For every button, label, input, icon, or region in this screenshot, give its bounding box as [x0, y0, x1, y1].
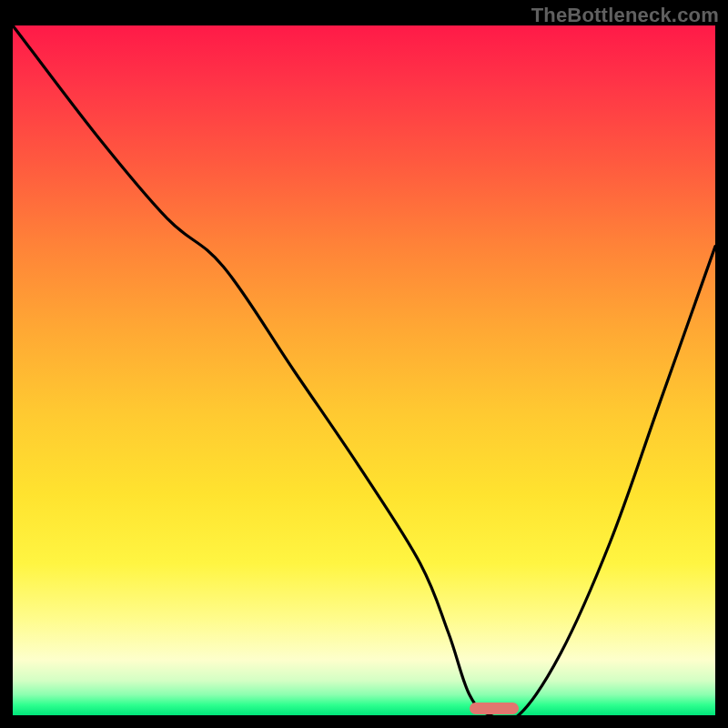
bottleneck-curve [13, 25, 715, 715]
optimal-range-marker [470, 703, 519, 714]
chart-frame: TheBottleneck.com [0, 0, 728, 728]
plot-area [13, 25, 715, 715]
watermark-text: TheBottleneck.com [531, 4, 719, 27]
